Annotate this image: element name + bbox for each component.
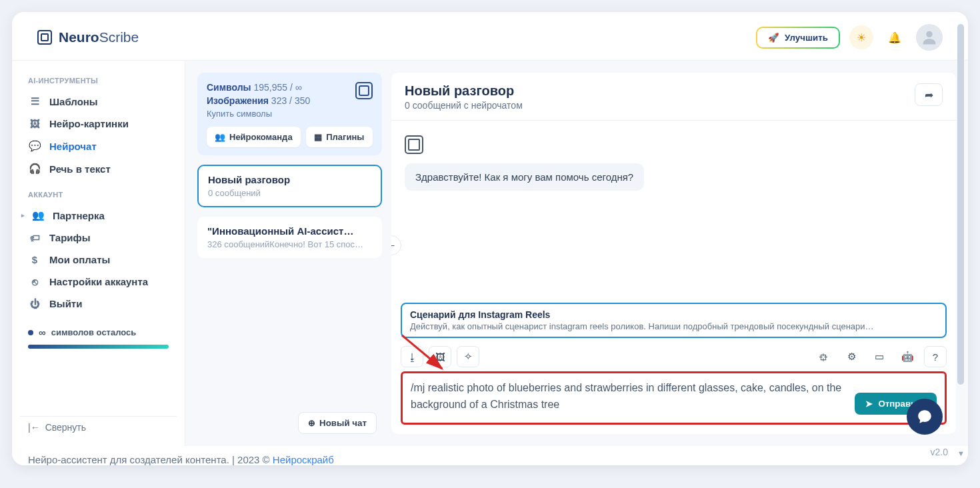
image-icon: 🖼	[28, 118, 41, 129]
logo[interactable]: NeuroScribe	[37, 29, 139, 45]
sidebar-item-label: Шаблоны	[49, 96, 98, 107]
window-button[interactable]: ▭	[868, 346, 891, 367]
images-label: Изображения	[207, 95, 269, 106]
plus-icon: ⊕	[308, 418, 315, 428]
scrollbar[interactable]: ▼	[956, 24, 965, 453]
sidebar-item-label: Тарифы	[49, 232, 90, 243]
sidebar-item-neuroimages[interactable]: 🖼Нейро-картинки	[20, 113, 177, 135]
user-icon	[920, 28, 939, 47]
sidebar-item-label: Нейрочат	[49, 141, 97, 152]
prompt-title: Сценарий для Instagram Reels	[410, 309, 937, 320]
buy-symbols-link[interactable]: Купить символы	[207, 109, 373, 119]
dollar-icon: $	[28, 254, 41, 265]
sidebar-item-label: Нейро-картинки	[49, 118, 129, 129]
conversation-sub: 326 сообщенийКонечно! Вот 15 спос…	[207, 239, 372, 249]
new-chat-button[interactable]: ⊕Новый чат	[298, 412, 377, 434]
footer-link[interactable]: Нейроскрайб	[273, 454, 334, 465]
svg-point-0	[926, 31, 932, 37]
question-icon: ?	[933, 351, 938, 363]
prompt-sub: Действуй, как опытный сценарист instagra…	[410, 321, 937, 331]
image-icon: 🖼	[435, 351, 445, 363]
notifications-button[interactable]: 🔔	[883, 25, 907, 49]
download-button[interactable]: ⭳	[401, 346, 423, 367]
symbols-progress	[28, 345, 169, 349]
sidebar-item-label: Настройки аккаунта	[49, 276, 148, 287]
neuroteam-button[interactable]: 👥Нейрокоманда	[207, 127, 301, 147]
share-button[interactable]: ➦	[915, 83, 943, 106]
sidebar-section-account: АККАУНТ	[28, 191, 169, 199]
symbols-left: ∞символов осталось	[28, 327, 169, 338]
improve-label: Улучшить	[785, 33, 828, 43]
bell-icon: 🔔	[888, 31, 901, 44]
sidebar-item-tariffs[interactable]: 🏷Тарифы	[20, 227, 177, 249]
sidebar: AI-ИНСТРУМЕНТЫ ☰Шаблоны 🖼Нейро-картинки …	[12, 61, 185, 446]
conversation-item[interactable]: "Инновационный AI-ассист… 326 сообщенийК…	[197, 217, 382, 258]
brand-name-post: Scribe	[99, 29, 139, 45]
collapse-icon: |←	[28, 422, 40, 433]
sidebar-item-label: Речь в текст	[49, 163, 111, 175]
power-icon: ⏻	[28, 298, 41, 309]
symbols-value: 195,955 / ∞	[253, 82, 301, 93]
toolbar: ⭳ 🖼 ✧ ⯐ ⚙ ▭ 🤖 ?	[391, 345, 956, 371]
sidebar-item-payments[interactable]: $Мои оплаты	[20, 249, 177, 271]
sidebar-item-neurochat[interactable]: 💬Нейрочат	[20, 135, 177, 157]
sidebar-item-settings[interactable]: ⎋Настройки аккаунта	[20, 271, 177, 293]
sun-icon: ☀	[857, 31, 866, 44]
version-label: v2.0	[931, 447, 948, 457]
bot-button[interactable]: 🤖	[896, 346, 919, 367]
sidebar-item-partner[interactable]: 👥Партнерка	[20, 204, 177, 227]
puzzle-button[interactable]: ⯐	[812, 346, 835, 367]
chat-title: Новый разговор	[405, 83, 523, 99]
wand-icon: ✧	[464, 351, 473, 363]
chat-bubble-icon	[916, 408, 933, 425]
chat-sub: 0 сообщений с нейрочатом	[405, 100, 523, 111]
conversations-column: Символы 195,955 / ∞ Изображения 323 / 35…	[185, 61, 382, 446]
layers-icon: ☰	[28, 95, 41, 107]
sidebar-item-label: Партнерка	[53, 210, 105, 221]
sidebar-item-speech2text[interactable]: 🎧Речь в текст	[20, 157, 177, 180]
app-shell: NeuroScribe 🚀 Улучшить ☀ 🔔 AI-ИНСТРУМЕНТ…	[12, 12, 968, 465]
sidebar-item-templates[interactable]: ☰Шаблоны	[20, 90, 177, 113]
tag-icon: 🏷	[28, 232, 41, 243]
help-button[interactable]: ?	[924, 346, 947, 367]
collapse-sidebar-button[interactable]: |←Свернуть	[20, 416, 177, 438]
logo-icon	[355, 82, 373, 99]
topbar: NeuroScribe 🚀 Улучшить ☀ 🔔	[12, 12, 968, 61]
headphones-icon: 🎧	[28, 163, 41, 175]
sidebar-item-label: Мои оплаты	[49, 254, 110, 265]
send-icon: ➤	[865, 399, 873, 409]
usage-card: Символы 195,955 / ∞ Изображения 323 / 35…	[197, 73, 382, 155]
infinity-icon: ∞	[39, 327, 46, 338]
conversation-sub: 0 сообщений	[208, 188, 371, 198]
share-icon: ➦	[925, 89, 933, 101]
rocket-icon: 🚀	[768, 33, 779, 43]
grid-icon: ▦	[314, 132, 322, 142]
theme-toggle-button[interactable]: ☀	[849, 25, 873, 49]
support-fab[interactable]	[907, 399, 943, 435]
puzzle-icon: ⯐	[819, 351, 829, 363]
improve-button[interactable]: 🚀 Улучшить	[756, 27, 840, 49]
chat-input-wrap: /mj realistic photo of blueberries and s…	[401, 371, 947, 425]
conversation-title: "Инновационный AI-ассист…	[207, 225, 372, 237]
robot-icon: 🤖	[901, 351, 914, 363]
sidebar-section-ai: AI-ИНСТРУМЕНТЫ	[28, 77, 169, 85]
gear-icon: ⚙	[847, 351, 856, 363]
avatar[interactable]	[916, 24, 943, 51]
download-icon: ⭳	[407, 351, 417, 363]
people-icon: 👥	[215, 132, 225, 142]
window-icon: ▭	[875, 351, 884, 363]
bot-message: Здравствуйте! Как я могу вам помочь сего…	[405, 163, 644, 191]
conversation-item[interactable]: Новый разговор 0 сообщений	[197, 165, 382, 207]
people-icon: 👥	[31, 209, 45, 221]
image-button[interactable]: 🖼	[429, 346, 451, 367]
logout-icon: ⎋	[28, 276, 41, 287]
plugins-button[interactable]: ▦Плагины	[306, 127, 373, 147]
chat-input[interactable]: /mj realistic photo of blueberries and s…	[411, 380, 848, 415]
settings-button[interactable]: ⚙	[840, 346, 863, 367]
prompt-template-box[interactable]: Сценарий для Instagram Reels Действуй, к…	[401, 303, 947, 338]
arrow-left-icon: ←	[391, 239, 397, 251]
sidebar-item-logout[interactable]: ⏻Выйти	[20, 293, 177, 315]
chat-panel: ← Новый разговор 0 сообщений с нейрочато…	[391, 73, 956, 434]
logo-icon	[37, 30, 52, 45]
magic-button[interactable]: ✧	[457, 346, 479, 367]
